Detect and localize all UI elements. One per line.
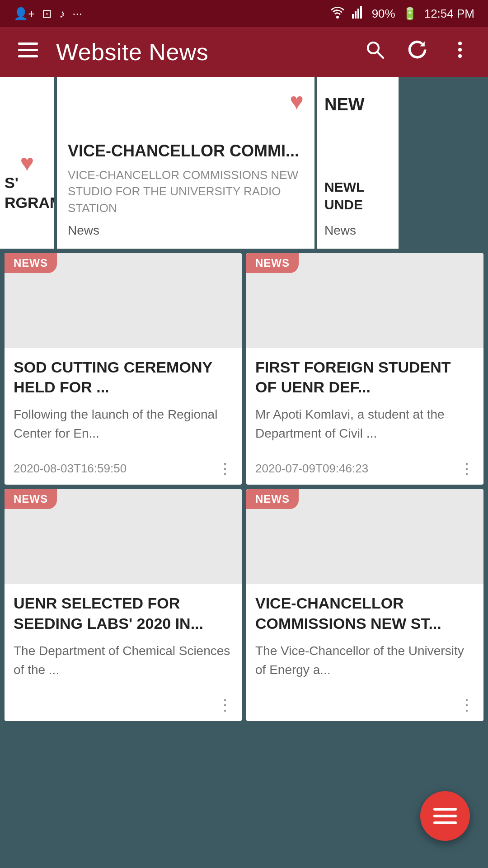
news-menu-2[interactable]: ⋮ (459, 459, 474, 477)
featured-carousel: ♥ S' RGRAM ♥ VICE-CHANCELLOR COMMI... VI… (0, 77, 488, 249)
instagram-icon: ⊡ (42, 7, 52, 21)
music-note-icon: ♪ (59, 7, 65, 21)
status-left-icons: 👤+ ⊡ ♪ ··· (14, 7, 82, 21)
status-bar: 👤+ ⊡ ♪ ··· 90% 🔋 12:54 PM (0, 0, 488, 27)
more-horiz-icon: ··· (72, 7, 82, 21)
menu-icon[interactable] (14, 35, 42, 69)
news-menu-3[interactable]: ⋮ (217, 696, 233, 714)
center-card-description: VICE-CHANCELLOR COMMISSIONS NEW STUDIO F… (68, 167, 304, 216)
news-title-3: UENR SELECTED FOR SEEDING LABS' 2020 IN.… (14, 593, 233, 633)
svg-line-8 (377, 52, 383, 58)
center-card-category: News (68, 223, 304, 238)
partial-subtext-left: RGRAM (5, 193, 54, 212)
news-badge-2: NEWS (246, 253, 299, 273)
news-menu-4[interactable]: ⋮ (459, 696, 474, 714)
news-badge-3: NEWS (5, 489, 57, 509)
time-display: 12:54 PM (424, 7, 474, 21)
svg-rect-6 (18, 55, 38, 57)
news-card-4[interactable]: NEWS VICE-CHANCELLOR COMMISSIONS NEW ST.… (246, 489, 483, 721)
status-right-icons: 90% 🔋 12:54 PM (330, 6, 474, 22)
svg-rect-0 (352, 14, 354, 19)
battery-text: 90% (372, 7, 395, 21)
svg-rect-1 (355, 11, 357, 19)
partial-subtext-right: NEWLUNDE (324, 178, 391, 213)
carousel-card-center[interactable]: ♥ VICE-CHANCELLOR COMMI... VICE-CHANCELL… (57, 77, 314, 249)
search-icon[interactable] (361, 35, 389, 69)
news-card-1[interactable]: NEWS SOD CUTTING CEREMONY HELD FOR ... F… (5, 253, 242, 485)
refresh-icon[interactable] (403, 35, 432, 69)
news-title-2: FIRST FOREIGN STUDENT OF UENR DEF... (255, 357, 474, 397)
news-card-2[interactable]: NEWS FIRST FOREIGN STUDENT OF UENR DEF..… (246, 253, 483, 485)
svg-rect-13 (433, 815, 457, 817)
svg-rect-2 (357, 9, 359, 19)
svg-point-11 (458, 54, 462, 58)
partial-title-right: NEW (324, 95, 365, 114)
svg-rect-14 (433, 821, 457, 824)
news-card-3[interactable]: NEWS UENR SELECTED FOR SEEDING LABS' 202… (5, 489, 242, 721)
svg-rect-3 (360, 6, 362, 19)
partial-category-right: News (324, 223, 391, 238)
news-grid: NEWS SOD CUTTING CEREMONY HELD FOR ... F… (0, 249, 488, 726)
news-badge-4: NEWS (246, 489, 299, 509)
svg-rect-5 (18, 49, 38, 51)
news-date-2: 2020-07-09T09:46:23 (255, 462, 368, 476)
signal-icon (352, 6, 365, 22)
app-bar: Website News (0, 27, 488, 77)
news-desc-2: Mr Apoti Komlavi, a student at the Depar… (255, 405, 474, 443)
news-badge-1: NEWS (5, 253, 57, 273)
svg-rect-12 (433, 808, 457, 811)
carousel-card-right[interactable]: NEW NEWLUNDE News (317, 77, 399, 249)
battery-icon: 🔋 (403, 7, 417, 21)
partial-text-left: S' (5, 173, 54, 193)
center-card-title: VICE-CHANCELLOR COMMI... (68, 141, 304, 160)
news-desc-3: The Department of Chemical Sciences of t… (14, 642, 233, 679)
news-desc-4: The Vice-Chancellor of the University of… (255, 642, 474, 679)
fab-button[interactable] (420, 791, 470, 841)
news-date-1: 2020-08-03T16:59:50 (14, 462, 127, 476)
news-menu-1[interactable]: ⋮ (217, 459, 233, 477)
page-title: Website News (56, 38, 347, 66)
more-vert-icon[interactable] (446, 35, 474, 69)
wifi-icon (330, 6, 345, 22)
person-add-icon: 👤+ (14, 7, 35, 21)
like-icon-center[interactable]: ♥ (290, 88, 304, 115)
news-title-1: SOD CUTTING CEREMONY HELD FOR ... (14, 357, 233, 397)
news-desc-1: Following the launch of the Regional Cen… (14, 405, 233, 443)
svg-rect-4 (18, 42, 38, 45)
svg-point-9 (458, 42, 462, 45)
carousel-card-left[interactable]: ♥ S' RGRAM (0, 77, 54, 249)
news-title-4: VICE-CHANCELLOR COMMISSIONS NEW ST... (255, 593, 474, 633)
svg-point-10 (458, 48, 462, 52)
